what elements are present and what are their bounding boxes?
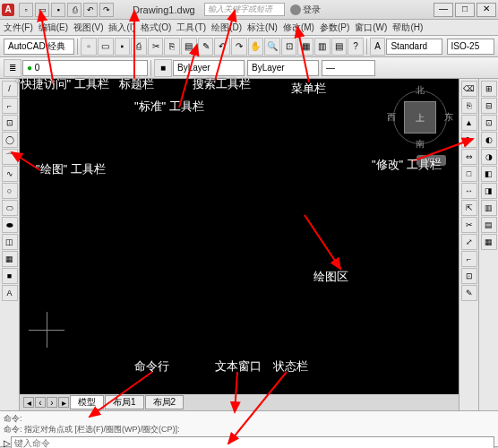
tab-layout2[interactable]: 布局2 <box>145 395 185 409</box>
palette-button[interactable]: ▦ <box>481 234 497 250</box>
tab-next-button[interactable]: › <box>47 397 57 408</box>
textstyle-combo[interactable]: Standard <box>386 39 442 55</box>
zoom-button[interactable]: 🔍 <box>264 38 280 56</box>
tab-model[interactable]: 模型 <box>70 395 104 409</box>
print-button[interactable]: ⎙ <box>131 38 147 56</box>
menu-window[interactable]: 窗口(W) <box>355 22 387 34</box>
trim-button[interactable]: ✂ <box>461 217 477 233</box>
palette-button[interactable]: ⊞ <box>481 81 497 97</box>
rectangle-button[interactable]: ◯ <box>2 132 18 148</box>
palette-button[interactable]: ◑ <box>481 149 497 165</box>
qat-print-button[interactable]: ⎙ <box>67 3 82 17</box>
qat-undo-button[interactable]: ↶ <box>83 3 98 17</box>
command-input[interactable] <box>11 436 494 448</box>
copy-obj-button[interactable]: ⎘ <box>461 98 477 114</box>
color-combo[interactable]: ByLayer <box>173 60 245 76</box>
tab-prev-button[interactable]: ‹ <box>35 397 46 408</box>
menu-parametric[interactable]: 参数(P) <box>320 22 349 34</box>
pan-button[interactable]: ✋ <box>248 38 264 56</box>
qat-save-button[interactable]: ▪ <box>51 3 65 17</box>
viewcube-north[interactable]: 北 <box>416 84 425 97</box>
ellipse-button[interactable]: ⬭ <box>2 200 18 216</box>
properties-button[interactable]: ▦ <box>297 38 313 56</box>
insert-button[interactable]: ◫ <box>2 234 18 250</box>
textstyle-icon[interactable]: A <box>370 38 386 56</box>
palette-button[interactable]: ⊡ <box>481 115 497 131</box>
app-logo-icon[interactable]: A <box>2 4 14 16</box>
viewcube-top[interactable]: 上 <box>404 101 436 134</box>
layer-manager-button[interactable]: ≣ <box>4 59 21 77</box>
arc-button[interactable]: ⌒ <box>2 149 18 165</box>
paste-button[interactable]: ▤ <box>181 38 197 56</box>
minimize-button[interactable]: — <box>434 3 453 17</box>
close-button[interactable]: ✕ <box>477 3 496 17</box>
wcs-badge[interactable]: WCS <box>416 155 446 166</box>
search-input[interactable]: 输入关键字或短语 <box>204 3 285 16</box>
menu-help[interactable]: 帮助(H) <box>392 22 423 34</box>
erase-button[interactable]: ⌫ <box>461 81 477 97</box>
offset-button[interactable]: ⇔ <box>461 149 477 165</box>
viewcube-east[interactable]: 东 <box>444 111 453 124</box>
cut-button[interactable]: ✂ <box>148 38 164 56</box>
matchprop-button[interactable]: ✎ <box>198 38 214 56</box>
workspace-combo[interactable]: AutoCAD 经典 <box>4 39 74 55</box>
zoomext-button[interactable]: ⊡ <box>281 38 297 56</box>
extend-button[interactable]: ⤢ <box>461 234 477 250</box>
menu-view[interactable]: 视图(V) <box>73 22 103 34</box>
line-button[interactable]: / <box>2 81 18 97</box>
chamfer-button[interactable]: ⊡ <box>461 268 477 284</box>
palette-button[interactable]: ▤ <box>481 217 497 233</box>
qat-new-button[interactable]: ▫ <box>19 3 33 17</box>
palette-button[interactable]: ▥ <box>481 200 497 216</box>
polyline-button[interactable]: ⌐ <box>2 98 18 114</box>
circle-button[interactable]: ○ <box>2 183 18 199</box>
viewcube-south[interactable]: 南 <box>416 138 425 151</box>
spline-button[interactable]: ∿ <box>2 166 18 182</box>
tab-last-button[interactable]: ▸ <box>58 397 69 408</box>
maximize-button[interactable]: □ <box>455 3 475 17</box>
tab-layout1[interactable]: 布局1 <box>105 395 144 409</box>
undo-button[interactable]: ↶ <box>214 38 230 56</box>
menu-tools[interactable]: 工具(T) <box>176 22 206 34</box>
text-button[interactable]: A <box>2 285 18 301</box>
save-button[interactable]: ▪ <box>115 38 131 56</box>
lineweight-combo[interactable]: — <box>322 60 375 76</box>
array-button[interactable]: □ <box>461 166 477 182</box>
hatch-button[interactable]: ▦ <box>2 251 18 267</box>
help-button[interactable]: ? <box>348 38 364 56</box>
scale-button[interactable]: ⇱ <box>461 200 477 216</box>
palette-button[interactable]: ⊟ <box>481 98 497 114</box>
new-button[interactable]: ▫ <box>81 38 97 56</box>
qat-open-button[interactable]: ▭ <box>35 3 49 17</box>
redo-button[interactable]: ↷ <box>231 38 247 56</box>
region-button[interactable]: ■ <box>2 268 18 284</box>
menu-format[interactable]: 格式(O) <box>141 22 171 34</box>
rotate-button[interactable]: ↻ <box>461 132 477 148</box>
palette-button[interactable]: ◧ <box>481 166 497 182</box>
open-button[interactable]: ▭ <box>98 38 114 56</box>
mirror-button[interactable]: ▲ <box>461 115 477 131</box>
fillet-button[interactable]: ⌐ <box>461 251 477 267</box>
qat-redo-button[interactable]: ↷ <box>99 3 114 17</box>
explode-button[interactable]: ✎ <box>461 285 477 301</box>
layer-combo[interactable]: ● 0 <box>22 60 148 76</box>
sheetset-button[interactable]: ▥ <box>314 38 331 56</box>
menu-file[interactable]: 文件(F) <box>4 22 33 34</box>
view-cube[interactable]: 上 北 南 东 西 <box>389 86 451 149</box>
viewcube-west[interactable]: 西 <box>387 111 396 124</box>
polygon-button[interactable]: ⊡ <box>2 115 18 131</box>
palette-button[interactable]: ◨ <box>481 183 497 199</box>
menu-modify[interactable]: 修改(M) <box>283 22 314 34</box>
menu-draw[interactable]: 绘图(D) <box>211 22 242 34</box>
linetype-combo[interactable]: ByLayer <box>247 60 319 76</box>
palette-button[interactable]: ◐ <box>481 132 497 148</box>
move-button[interactable]: ↔ <box>461 183 477 199</box>
menu-edit[interactable]: 编辑(E) <box>39 22 68 34</box>
copy-button[interactable]: ⎘ <box>164 38 180 56</box>
dimstyle-combo[interactable]: ISO-25 <box>447 39 494 55</box>
user-login-button[interactable]: 登录 <box>290 4 321 16</box>
menu-dimension[interactable]: 标注(N) <box>247 22 278 34</box>
menu-insert[interactable]: 插入(I) <box>108 22 134 34</box>
calc-button[interactable]: ▤ <box>331 38 348 56</box>
drawing-area[interactable]: 上 北 南 东 西 WCS ◂ ‹ › ▸ 模型 布局1 布局2 <box>20 79 459 410</box>
